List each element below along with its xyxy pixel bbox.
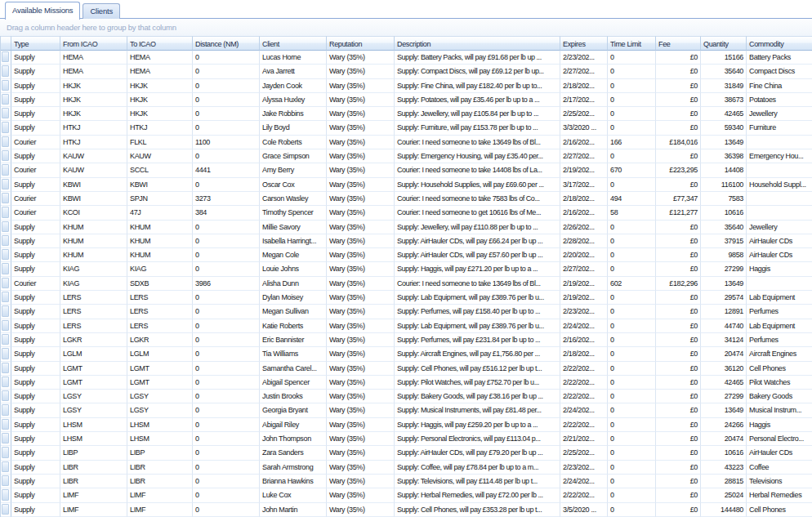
cell-commodity[interactable]: Bakery Goods [747, 390, 812, 403]
cell-to_icao[interactable]: LIMF [127, 503, 193, 517]
table-row[interactable]: SupplyLGSYLGSY0Justin BrooksWary (35%)Su… [1, 390, 812, 403]
cell-fee[interactable]: £0 [656, 178, 701, 192]
cell-expires[interactable]: 2/27/202... [560, 149, 608, 163]
cell-expires[interactable]: 2/16/202... [560, 206, 608, 220]
cell-expires[interactable]: 2/23/202... [560, 305, 608, 319]
cell-description[interactable]: Supply: Potatoes, will pay £35.46 per lb… [395, 93, 560, 107]
cell-type[interactable]: Supply [11, 262, 60, 276]
cell-description[interactable]: Supply: Fine China, will pay £182.40 per… [395, 79, 560, 93]
cell-expires[interactable]: 2/24/202... [560, 319, 608, 333]
cell-from_icao[interactable]: LGSY [60, 403, 127, 417]
cell-type[interactable]: Supply [11, 305, 60, 319]
cell-fee[interactable]: £0 [656, 65, 701, 78]
cell-quantity[interactable]: 27299 [701, 262, 747, 276]
cell-distance[interactable]: 0 [193, 488, 260, 502]
cell-client[interactable]: Lily Boyd [260, 121, 327, 135]
cell-fee[interactable]: £0 [656, 475, 701, 488]
cell-client[interactable]: Jayden Cook [260, 79, 327, 93]
cell-fee[interactable]: £0 [656, 390, 701, 403]
cell-expires[interactable]: 2/25/202... [560, 446, 608, 460]
cell-distance[interactable]: 0 [193, 221, 260, 234]
cell-distance[interactable]: 0 [193, 291, 260, 305]
cell-distance[interactable]: 0 [193, 234, 260, 248]
cell-description[interactable]: Courier: I need someone to take 14408 lb… [395, 163, 560, 177]
cell-client[interactable]: Zara Sanders [260, 446, 327, 460]
cell-fee[interactable]: £223,295 [656, 163, 701, 177]
cell-distance[interactable]: 0 [193, 376, 260, 390]
cell-type[interactable]: Supply [11, 93, 60, 107]
cell-to_icao[interactable]: FLKL [127, 136, 193, 149]
cell-to_icao[interactable]: LIBR [127, 475, 193, 488]
cell-commodity[interactable] [747, 136, 812, 149]
cell-description[interactable]: Supply: Emergency Housing, will pay £35.… [395, 149, 560, 163]
cell-from_icao[interactable]: LGKR [60, 333, 127, 347]
cell-to_icao[interactable]: LHSM [127, 418, 193, 432]
table-row[interactable]: CourierKAUWSCCL4441Amy BerryWary (35%)Co… [1, 163, 812, 177]
cell-to_icao[interactable]: HKJK [127, 79, 193, 93]
column-header-commodity[interactable]: Commodity [747, 36, 812, 51]
cell-expires[interactable]: 2/18/202... [560, 79, 608, 93]
row-indicator[interactable] [1, 291, 11, 305]
row-indicator[interactable] [1, 305, 11, 319]
cell-distance[interactable]: 3986 [193, 277, 260, 291]
cell-description[interactable]: Supply: Cell Phones, will pay £516.12 pe… [395, 362, 560, 376]
cell-to_icao[interactable]: LGMT [127, 362, 193, 376]
cell-to_icao[interactable]: HTKJ [127, 121, 193, 135]
table-row[interactable]: SupplyHEMAHEMA0Ava JarrettWary (35%)Supp… [1, 65, 812, 78]
cell-commodity[interactable]: Furniture [747, 121, 812, 135]
cell-time_limit[interactable]: 0 [608, 376, 656, 390]
row-indicator[interactable] [1, 333, 11, 347]
cell-reputation[interactable]: Wary (35%) [327, 277, 395, 291]
cell-time_limit[interactable]: 58 [608, 206, 656, 220]
cell-client[interactable]: Timothy Spencer [260, 206, 327, 220]
column-header-description[interactable]: Description [395, 36, 560, 51]
cell-fee[interactable]: £0 [656, 418, 701, 432]
table-row[interactable]: SupplyHEMAHEMA0Lucas HorneWary (35%)Supp… [1, 51, 812, 65]
cell-expires[interactable]: 2/22/202... [560, 390, 608, 403]
cell-from_icao[interactable]: LERS [60, 291, 127, 305]
cell-type[interactable]: Supply [11, 488, 60, 502]
row-indicator[interactable] [1, 206, 11, 220]
cell-distance[interactable]: 0 [193, 121, 260, 135]
table-row[interactable]: CourierHTKJFLKL1100Cole RobertsWary (35%… [1, 136, 812, 149]
cell-from_icao[interactable]: HTKJ [60, 136, 127, 149]
table-row[interactable]: SupplyLERSLERS0Dylan MoiseyWary (35%)Sup… [1, 291, 812, 305]
cell-expires[interactable]: 2/25/202... [560, 107, 608, 121]
cell-from_icao[interactable]: LIBP [60, 446, 127, 460]
cell-type[interactable]: Supply [11, 376, 60, 390]
cell-commodity[interactable]: Perfumes [747, 305, 812, 319]
cell-time_limit[interactable]: 0 [608, 390, 656, 403]
cell-to_icao[interactable]: HEMA [127, 65, 193, 78]
table-row[interactable]: SupplyLIBPLIBP0Zara SandersWary (35%)Sup… [1, 446, 812, 460]
cell-reputation[interactable]: Wary (35%) [327, 333, 395, 347]
cell-description[interactable]: Supply: Household Supplies, will pay £69… [395, 178, 560, 192]
cell-quantity[interactable]: 37915 [701, 234, 747, 248]
cell-time_limit[interactable]: 0 [608, 248, 656, 262]
cell-time_limit[interactable]: 0 [608, 149, 656, 163]
cell-expires[interactable]: 2/27/202... [560, 262, 608, 276]
cell-from_icao[interactable]: LGSY [60, 390, 127, 403]
cell-type[interactable]: Supply [11, 234, 60, 248]
row-indicator[interactable] [1, 461, 11, 475]
cell-quantity[interactable]: 144480 [701, 503, 747, 517]
cell-time_limit[interactable]: 0 [608, 403, 656, 417]
table-row[interactable]: SupplyKIAGKIAG0Louie JohnsWary (35%)Supp… [1, 262, 812, 276]
cell-commodity[interactable]: Herbal Remedies [747, 488, 812, 502]
cell-commodity[interactable] [747, 206, 812, 220]
cell-distance[interactable]: 0 [193, 418, 260, 432]
cell-to_icao[interactable]: KHUM [127, 221, 193, 234]
cell-client[interactable]: Abigail Spencer [260, 376, 327, 390]
cell-reputation[interactable]: Wary (35%) [327, 248, 395, 262]
cell-type[interactable]: Supply [11, 149, 60, 163]
cell-type[interactable]: Supply [11, 178, 60, 192]
cell-to_icao[interactable]: HEMA [127, 51, 193, 65]
cell-client[interactable]: Jake Robbins [260, 107, 327, 121]
cell-quantity[interactable]: 35640 [701, 221, 747, 234]
cell-expires[interactable]: 2/22/202... [560, 488, 608, 502]
cell-type[interactable]: Supply [11, 121, 60, 135]
cell-type[interactable]: Supply [11, 503, 60, 517]
cell-reputation[interactable]: Wary (35%) [327, 347, 395, 361]
cell-time_limit[interactable]: 0 [608, 446, 656, 460]
cell-distance[interactable]: 0 [193, 461, 260, 475]
cell-fee[interactable]: £182,296 [656, 277, 701, 291]
